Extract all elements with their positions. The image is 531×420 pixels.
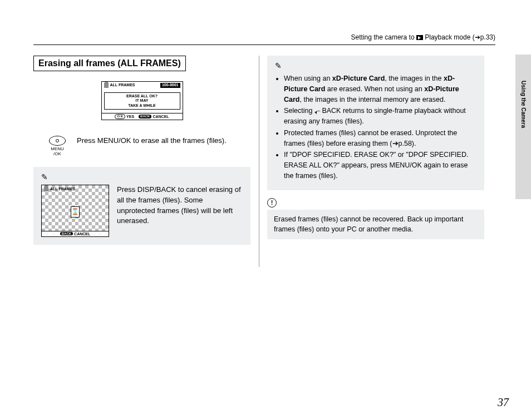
breadcrumb-suffix: Playback mode (➔p.33)	[423, 33, 495, 41]
lcd-msg-line3: TAKE A WHILE	[105, 103, 180, 108]
menu-ok-label-2: /OK	[53, 152, 61, 157]
memo-icon: ✎	[275, 61, 476, 70]
lcd-mode-label: ALL FRAMES	[110, 83, 135, 87]
memo-bullet-list: When using an xD-Picture Card, the image…	[275, 73, 476, 181]
instruction-step: MENU /OK Press MENU/OK to erase all the …	[49, 136, 250, 157]
lcd2-back-pill: BACK	[60, 232, 73, 235]
memo-icon: ✎	[41, 172, 243, 181]
column-divider	[259, 56, 259, 267]
list-item: When using an xD-Picture Card, the image…	[284, 73, 476, 105]
trash-icon	[104, 83, 109, 88]
lcd2-cancel-label: CANCEL	[74, 232, 90, 236]
lcd-frame-counter: 100-0001	[160, 83, 180, 87]
lcd-yes-label: YES	[126, 115, 134, 119]
section-title: Erasing all frames (ALL FRAMES)	[33, 56, 186, 71]
lcd-confirm-erase: ALL FRAMES 100-0001 ERASE ALL OK? IT MAY…	[101, 81, 183, 120]
breadcrumb-prefix: Setting the camera to	[351, 33, 416, 41]
lcd-message: ERASE ALL OK? IT MAY TAKE A WHILE	[104, 92, 180, 110]
hourglass-icon	[71, 206, 80, 218]
page-content: Setting the camera to Playback mode (➔p.…	[33, 28, 495, 389]
trash-icon	[44, 186, 48, 191]
lcd-msg-line1: ERASE ALL OK?	[105, 94, 180, 98]
step-text: Press MENU/OK to erase all the frames (f…	[77, 136, 250, 146]
lcd-ok-pill: O K	[115, 114, 125, 119]
caution-heading: !	[267, 198, 484, 207]
header-rule	[33, 45, 495, 45]
breadcrumb: Setting the camera to Playback mode (➔p.…	[351, 33, 495, 41]
list-item: If "DPOF SPECIFIED. ERASE OK?" or "DPOF …	[284, 150, 476, 181]
side-tab-label: Using the Camera	[520, 81, 527, 128]
caution-icon: !	[267, 198, 277, 207]
list-item: Selecting BACK returns to single-frame p…	[284, 106, 476, 127]
lcd-cancel-label: CANCEL	[153, 115, 169, 119]
lcd2-mode-label: ALL FRAMES	[50, 187, 75, 191]
caution-text: Erased frames (files) cannot be recovere…	[267, 210, 484, 240]
lcd-msg-line2: IT MAY	[105, 98, 180, 103]
list-item: Protected frames (files) cannot be erase…	[284, 128, 476, 149]
lcd-erasing-progress: ALL FRAMES BACK CANCEL	[41, 185, 109, 237]
page-number: 37	[498, 396, 509, 409]
playback-icon	[416, 35, 423, 40]
right-column: ✎ When using an xD-Picture Card, the ima…	[267, 56, 484, 239]
left-column: Erasing all frames (ALL FRAMES) ALL FRAM…	[33, 56, 250, 245]
menu-ok-button-icon: MENU /OK	[49, 136, 66, 157]
lcd-back-pill: BACK	[139, 115, 151, 118]
memo-box-right: ✎ When using an xD-Picture Card, the ima…	[267, 56, 484, 190]
memo-box-left: ✎ ALL FRAMES BACK CANCEL Press DI	[33, 167, 250, 245]
memo-text-left: Press DISP/BACK to cancel erasing of all…	[117, 185, 243, 226]
back-arrow-icon	[314, 109, 320, 113]
